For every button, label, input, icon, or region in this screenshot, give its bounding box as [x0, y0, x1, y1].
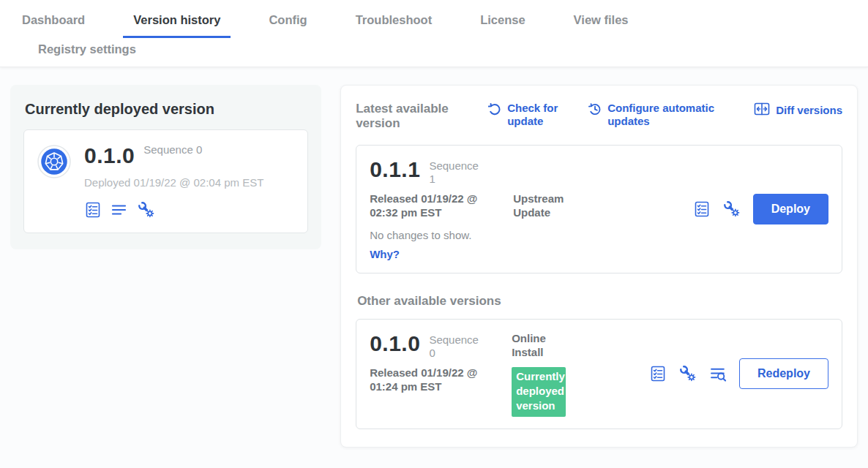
other-version-released: Released 01/19/22 @ 01:24 pm EST: [370, 366, 495, 394]
other-version-details: 0.1.0 Sequence 0 Released 01/19/22 @ 01:…: [370, 331, 495, 417]
refresh-icon: [487, 102, 502, 119]
other-version-number: 0.1.0: [370, 331, 420, 355]
no-changes-text: No changes to show.: [370, 229, 576, 241]
configure-automatic-updates-link[interactable]: Configure automatic updates: [588, 102, 732, 128]
check-for-update-label: Check for update: [507, 102, 566, 128]
diff-icon[interactable]: [709, 365, 727, 383]
latest-version-row: 0.1.1 Sequence 1 Released 01/19/22 @ 02:…: [356, 145, 842, 273]
tab-license[interactable]: License: [470, 4, 535, 38]
tab-dashboard[interactable]: Dashboard: [12, 4, 95, 38]
diff-versions-link[interactable]: Diff versions: [754, 102, 842, 119]
why-link[interactable]: Why?: [370, 248, 400, 260]
configure-automatic-updates-label: Configure automatic updates: [607, 102, 732, 128]
deployed-version-row: 0.1.0 Sequence 0 Deployed 01/19/22 @ 02:…: [23, 129, 308, 233]
deployed-action-icons: [84, 200, 263, 219]
redeploy-button[interactable]: Redeploy: [739, 358, 828, 389]
latest-version-number: 0.1.1: [370, 157, 420, 181]
edit-config-icon[interactable]: [722, 200, 741, 219]
latest-version-released: Released 01/19/22 @ 02:32 pm EST: [370, 192, 495, 220]
latest-version-source: Upstream Update: [513, 192, 576, 220]
nav-row-2: Registry settings: [12, 38, 856, 67]
deploy-button[interactable]: Deploy: [753, 194, 828, 224]
currently-deployed-card: Currently deployed version: [10, 85, 321, 249]
release-notes-icon[interactable]: [693, 200, 711, 218]
view-files-icon[interactable]: [111, 201, 128, 219]
deployed-timestamp: Deployed 01/19/22 @ 02:04 pm EST: [84, 176, 263, 189]
tab-troubleshoot[interactable]: Troubleshoot: [345, 4, 443, 38]
other-version-sequence: Sequence 0: [429, 333, 480, 360]
other-version-controls: Redeploy: [649, 331, 828, 417]
edit-config-icon[interactable]: [137, 200, 156, 219]
latest-version-controls: Deploy: [693, 157, 828, 261]
deployed-version-details: 0.1.0 Sequence 0 Deployed 01/19/22 @ 02:…: [84, 143, 263, 219]
other-available-versions-title: Other available versions: [357, 294, 841, 309]
available-card-header: Latest available version Check for updat…: [356, 99, 842, 135]
other-version-source-column: Online Install Currently deployed versio…: [512, 331, 575, 417]
other-version-row: 0.1.0 Sequence 0 Released 01/19/22 @ 01:…: [356, 319, 842, 429]
check-for-update-link[interactable]: Check for update: [487, 102, 566, 128]
tab-version-history[interactable]: Version history: [123, 4, 231, 38]
currently-deployed-badge: Currently deployed version: [512, 367, 566, 417]
top-navigation: Dashboard Version history Config Trouble…: [0, 0, 868, 67]
latest-version-sequence: Sequence 1: [429, 159, 480, 186]
available-versions-card: Latest available version Check for updat…: [340, 85, 858, 448]
nav-row-1: Dashboard Version history Config Trouble…: [12, 4, 856, 38]
edit-config-icon[interactable]: [678, 364, 697, 383]
release-notes-icon[interactable]: [649, 365, 667, 382]
tab-registry-settings[interactable]: Registry settings: [28, 38, 146, 67]
deployed-sequence-label: Sequence 0: [143, 143, 202, 156]
currently-deployed-title: Currently deployed version: [25, 101, 307, 118]
other-version-source: Online Install: [512, 331, 575, 360]
diff-versions-label: Diff versions: [776, 104, 842, 117]
latest-available-title: Latest available version: [356, 102, 465, 132]
kubernetes-icon: [37, 145, 71, 178]
content-area: Currently deployed version: [0, 67, 868, 465]
release-notes-icon[interactable]: [84, 201, 102, 219]
deployed-version-number: 0.1.0: [84, 143, 135, 167]
schedule-refresh-icon: [588, 102, 602, 119]
latest-version-details: 0.1.1 Sequence 1 Released 01/19/22 @ 02:…: [370, 157, 576, 261]
tab-config[interactable]: Config: [258, 4, 317, 38]
tab-view-files[interactable]: View files: [564, 4, 639, 38]
diff-versions-icon: [754, 102, 771, 119]
